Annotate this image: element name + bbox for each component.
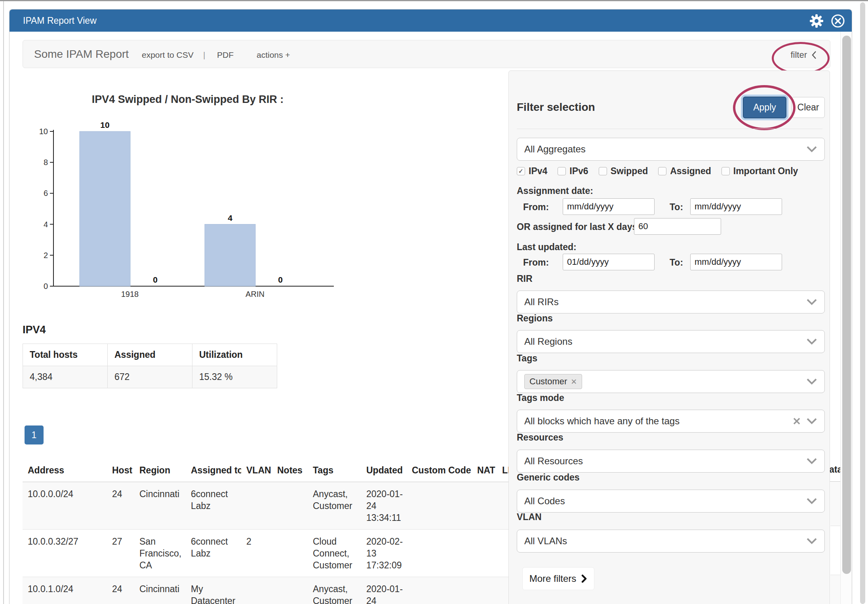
export-pdf-link[interactable]: PDF [217,50,234,60]
export-csv-link[interactable]: export to CSV [142,50,194,60]
apply-button[interactable]: Apply [743,97,786,118]
svg-text:6: 6 [44,189,48,198]
updated-from-label: From: [523,257,549,268]
tags-mode-value: All blocks which have any of the tags [524,416,793,427]
ipam-table: AddressHostRegionAssigned toVLANNotesTag… [23,458,511,604]
filter-checkboxes: ✓IPv4IPv6SwippedAssignedImportant Only [517,166,798,177]
svg-text:4: 4 [44,220,48,229]
table-row[interactable]: 10.0.0.0/2424Cincinnati6connect LabzAnyc… [23,482,511,530]
page-left-border [3,1,4,604]
tags-select[interactable]: Customer ✕ [517,370,825,393]
checkbox-assigned[interactable]: Assigned [658,166,711,177]
ipv4-section-heading: IPV4 [23,324,46,336]
chip-remove-icon[interactable]: ✕ [571,377,577,386]
clipped-column-header: ata [829,458,841,482]
regions-select[interactable]: All Regions [517,330,825,353]
filter-panel: Filter selection Apply Clear All Aggrega… [508,70,830,604]
rir-select[interactable]: All RIRs [517,291,825,313]
svg-text:0: 0 [44,282,48,291]
tag-chip-label: Customer [529,376,567,387]
table-cell-assigned_to: 6connect Labz [186,530,241,577]
checkbox-box[interactable] [558,167,566,175]
close-icon[interactable] [830,13,845,28]
clear-button[interactable]: Clear [792,97,825,118]
assigned-last-days-input[interactable] [634,218,721,235]
table-col-header: Region [134,458,186,482]
checkbox-ipv4[interactable]: ✓IPv4 [517,166,547,177]
checkbox-box[interactable]: ✓ [517,167,525,175]
panel-divider [517,129,822,129]
chevron-down-icon [806,338,817,345]
clear-selection-icon[interactable] [793,417,801,425]
vlan-label: VLAN [517,512,542,522]
vlan-select[interactable]: All VLANs [517,530,825,553]
clipped-row-stripe [830,482,841,526]
table-row[interactable]: 10.0.0.32/2727San Francisco, CA6connect … [23,530,511,577]
generic-codes-select[interactable]: All Codes [517,490,825,513]
actions-menu[interactable]: actions + [257,50,290,60]
chevron-down-icon [806,418,817,424]
checkbox-important-only[interactable]: Important Only [721,166,798,177]
table-cell-nat [472,577,497,604]
svg-text:2: 2 [44,251,48,260]
table-col-header: VLAN [241,458,272,482]
clipped-row-stripe [830,526,841,575]
summary-cell: 15.32 % [192,366,277,388]
updated-to-input[interactable] [690,254,782,270]
assign-to-input[interactable] [690,198,782,215]
assign-from-input[interactable] [563,198,655,215]
browser-scrollbar[interactable] [860,2,865,604]
window-scrollbar-thumb[interactable] [842,36,851,574]
chevron-down-icon [806,498,817,504]
table-cell-notes [272,577,308,604]
table-cell-notes [272,482,308,530]
ipam-report-window: IPAM Report View [9,9,852,604]
more-filters-button[interactable]: More filters [522,567,594,590]
ipv4-summary-header-row: Total hostsAssignedUtilization [23,344,277,366]
window-scrollbar[interactable] [840,32,852,604]
tags-mode-select[interactable]: All blocks which have any of the tags [517,410,825,433]
assigned-last-days-label: OR assigned for last X days : [517,222,643,232]
table-col-header: Host [107,458,134,482]
last-updated-label: Last updated: [517,242,577,253]
chevron-left-icon [811,50,817,60]
table-col-header: Assigned to [186,458,241,482]
chevron-down-icon [806,538,817,544]
checkbox-label: IPv4 [529,166,547,177]
table-cell-custom_code [407,530,472,577]
gear-icon-svg [809,13,824,28]
filter-toggle[interactable]: filter [790,50,817,60]
table-cell-updated: 2020-01-24 13:33:59 [361,577,407,604]
table-cell-updated: 2020-01-24 13:34:11 [361,482,407,530]
ipv4-summary-table: Total hostsAssignedUtilization 4,3846721… [23,344,277,388]
summary-cell: 4,384 [23,366,108,388]
ipv4-summary-value-row: 4,38467215.32 % [23,366,277,388]
regions-label: Regions [517,313,553,324]
table-cell-vlan: 2 [241,530,272,577]
svg-text:10: 10 [100,120,109,129]
gear-icon[interactable] [809,13,824,28]
ipv4-summary-table-wrap: Total hostsAssignedUtilization 4,3846721… [23,344,277,388]
table-cell-region: Cincinnati [134,577,186,604]
checkbox-ipv6[interactable]: IPv6 [558,166,588,177]
aggregates-select[interactable]: All Aggregates [517,138,825,161]
tag-chip-customer[interactable]: Customer ✕ [524,374,582,389]
table-cell-assigned_to: 6connect Labz [186,482,241,530]
checkbox-box[interactable] [721,167,730,175]
resources-select[interactable]: All Resources [517,450,825,473]
rir-label: RIR [517,274,533,284]
svg-text:0: 0 [278,275,283,284]
table-row[interactable]: 10.0.1.0/2424CincinnatiMy DatacenterAnyc… [23,577,511,604]
assign-from-label: From: [523,202,549,213]
checkbox-box[interactable] [599,167,607,175]
table-cell-assigned_to: My Datacenter [186,577,241,604]
table-cell-address: 10.0.1.0/24 [23,577,107,604]
chevron-right-icon [581,574,587,583]
clipped-row-stripe [830,575,841,604]
checkbox-box[interactable] [658,167,666,175]
updated-to-label: To: [670,257,683,268]
checkbox-swipped[interactable]: Swipped [599,166,648,177]
chart-title: IPV4 Swipped / Non-Swipped By RIR : [49,93,326,106]
updated-from-input[interactable] [563,254,655,270]
pagination-page-1[interactable]: 1 [25,425,44,444]
